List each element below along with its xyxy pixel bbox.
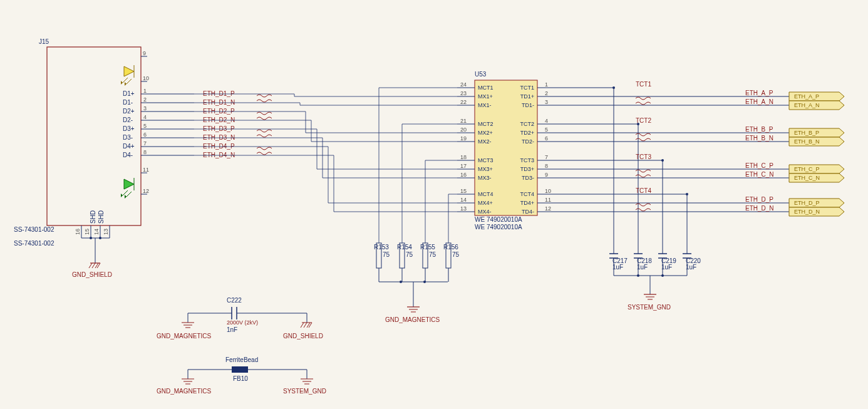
svg-text:ETH_C_N: ETH_C_N xyxy=(794,175,820,181)
svg-text:TCT3: TCT3 xyxy=(520,157,535,163)
svg-text:ETH_D4_P: ETH_D4_P xyxy=(203,143,235,150)
svg-text:GND_MAGNETICS: GND_MAGNETICS xyxy=(385,316,440,323)
svg-text:TCT4: TCT4 xyxy=(520,191,535,197)
svg-text:ETH_C_P: ETH_C_P xyxy=(794,166,820,172)
hv-cap-c222: C222 2000V (2kV) 1nF GND_MAGNETICS GND_S… xyxy=(157,297,323,339)
svg-text:ETH_D2_P: ETH_D2_P xyxy=(203,108,235,115)
svg-line-9 xyxy=(123,190,128,195)
svg-text:11: 11 xyxy=(143,167,149,173)
svg-text:MCT4: MCT4 xyxy=(478,191,493,197)
svg-text:TD1+: TD1+ xyxy=(520,93,534,100)
svg-text:17: 17 xyxy=(460,163,467,169)
svg-text:1: 1 xyxy=(545,81,548,88)
svg-marker-11 xyxy=(121,194,123,197)
svg-text:MCT2: MCT2 xyxy=(478,121,493,127)
svg-point-217 xyxy=(661,159,664,162)
svg-text:MX2+: MX2+ xyxy=(478,130,493,136)
svg-text:MX4-: MX4- xyxy=(478,209,492,215)
svg-text:10: 10 xyxy=(143,75,149,81)
svg-text:24: 24 xyxy=(460,81,467,88)
svg-text:TCT2: TCT2 xyxy=(520,121,535,127)
svg-text:7: 7 xyxy=(143,140,147,147)
svg-text:13: 13 xyxy=(460,205,467,212)
svg-text:D3-: D3- xyxy=(123,134,133,141)
svg-text:MX1+: MX1+ xyxy=(478,93,493,100)
svg-text:GND_MAGNETICS: GND_MAGNETICS xyxy=(157,388,212,395)
svg-text:D2+: D2+ xyxy=(123,108,135,115)
svg-text:15: 15 xyxy=(460,188,467,194)
svg-text:10: 10 xyxy=(545,188,551,194)
svg-text:4: 4 xyxy=(545,118,548,124)
svg-text:WE 749020010A: WE 749020010A xyxy=(475,216,522,223)
svg-text:8: 8 xyxy=(545,163,548,169)
svg-text:2: 2 xyxy=(545,90,548,96)
svg-text:1nF: 1nF xyxy=(227,326,237,333)
svg-text:6: 6 xyxy=(143,132,147,138)
svg-text:11: 11 xyxy=(545,197,551,203)
svg-text:16: 16 xyxy=(75,229,81,235)
svg-text:9: 9 xyxy=(143,50,146,56)
svg-text:20: 20 xyxy=(460,127,467,133)
svg-text:ETH_C_P: ETH_C_P xyxy=(745,162,773,169)
svg-text:ETH_B_N: ETH_B_N xyxy=(745,135,773,142)
svg-text:SHD: SHD xyxy=(98,210,105,224)
svg-text:14: 14 xyxy=(460,197,467,203)
svg-marker-5 xyxy=(121,81,123,85)
j15-refdes: J15 xyxy=(39,38,49,45)
svg-text:MCT3: MCT3 xyxy=(478,157,493,163)
svg-text:SYSTEM_GND: SYSTEM_GND xyxy=(628,304,671,311)
svg-text:TD2+: TD2+ xyxy=(520,130,534,136)
ferrite-fb10: FerriteBead FB10 GND_MAGNETICS SYSTEM_GN… xyxy=(157,356,326,395)
svg-text:2: 2 xyxy=(143,96,147,103)
svg-text:1uF: 1uF xyxy=(686,264,696,271)
svg-text:FB10: FB10 xyxy=(233,375,248,382)
svg-text:TCT4: TCT4 xyxy=(636,187,651,194)
svg-text:15: 15 xyxy=(84,229,90,235)
svg-marker-6 xyxy=(125,82,127,86)
svg-text:22: 22 xyxy=(460,99,467,105)
svg-text:R153: R153 xyxy=(374,244,389,251)
svg-text:D2-: D2- xyxy=(123,116,133,123)
svg-text:21: 21 xyxy=(460,118,467,124)
svg-text:1uF: 1uF xyxy=(661,264,672,271)
svg-text:ETH_A_P: ETH_A_P xyxy=(794,93,819,100)
gnd-shield-symbol xyxy=(89,263,100,268)
svg-text:1: 1 xyxy=(143,88,147,94)
svg-text:ETH_D1_P: ETH_D1_P xyxy=(203,90,235,97)
svg-text:8: 8 xyxy=(143,149,147,155)
svg-text:TCT1: TCT1 xyxy=(636,81,651,88)
svg-text:SHD: SHD xyxy=(90,210,96,224)
led-green xyxy=(121,178,134,199)
svg-text:12: 12 xyxy=(143,188,149,194)
svg-text:MCT1: MCT1 xyxy=(478,85,493,91)
svg-text:SYSTEM_GND: SYSTEM_GND xyxy=(283,388,326,395)
svg-point-201 xyxy=(637,274,639,277)
gnd-system-caps xyxy=(644,294,656,299)
svg-line-10 xyxy=(127,192,132,197)
svg-text:1uF: 1uF xyxy=(612,264,623,271)
svg-text:5: 5 xyxy=(143,123,147,129)
svg-text:U53: U53 xyxy=(475,71,487,78)
svg-text:D4+: D4+ xyxy=(123,143,135,150)
svg-text:MX3+: MX3+ xyxy=(478,166,493,172)
gnd-magnetics-term xyxy=(407,307,420,312)
led-yellow xyxy=(121,65,134,86)
termination-resistors: R15375R15475R15575R15675 xyxy=(374,243,460,282)
svg-point-209 xyxy=(612,86,615,89)
svg-line-3 xyxy=(123,78,128,83)
svg-text:ETH_C_N: ETH_C_N xyxy=(745,171,774,178)
svg-text:18: 18 xyxy=(460,154,467,160)
svg-text:MX1-: MX1- xyxy=(478,102,492,108)
svg-text:SS-74301-002: SS-74301-002 xyxy=(14,240,54,247)
svg-text:MX4+: MX4+ xyxy=(478,200,493,206)
svg-text:D3+: D3+ xyxy=(123,125,135,132)
svg-text:ETH_D_P: ETH_D_P xyxy=(745,196,773,203)
svg-text:2000V (2kV): 2000V (2kV) xyxy=(227,319,258,326)
svg-text:ETH_A_P: ETH_A_P xyxy=(745,90,773,96)
svg-text:ETH_B_N: ETH_B_N xyxy=(794,138,820,145)
svg-text:TCT3: TCT3 xyxy=(636,153,651,160)
tct-caps: C2171uFC2181uFC2191uFC2201uF xyxy=(609,243,701,276)
svg-text:GND_SHIELD: GND_SHIELD xyxy=(72,271,112,278)
svg-text:ETH_A_N: ETH_A_N xyxy=(745,98,773,105)
svg-line-270 xyxy=(301,323,304,328)
